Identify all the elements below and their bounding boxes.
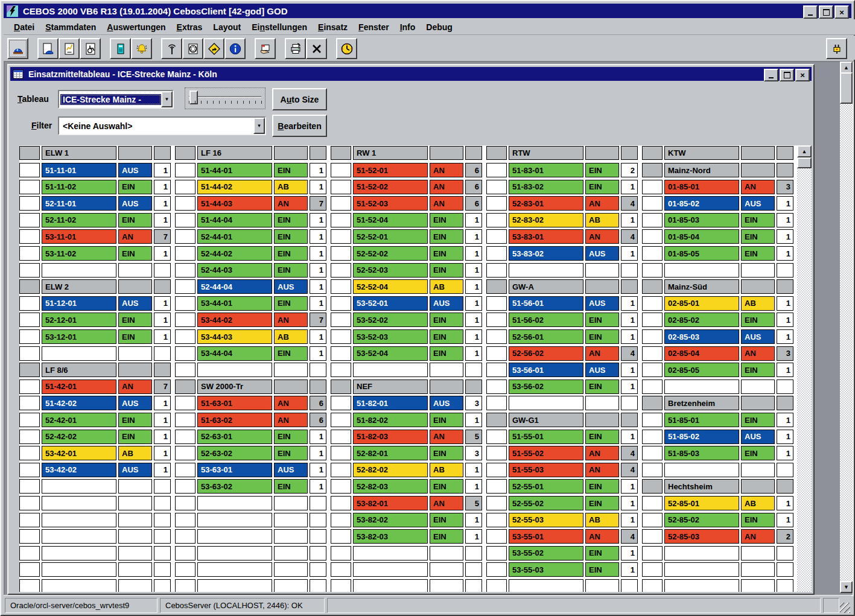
vehicle-id-cell[interactable]: 52-85-01 — [664, 496, 739, 510]
vehicle-status-cell[interactable]: EIN — [585, 329, 619, 344]
clock-button[interactable] — [336, 38, 357, 59]
vehicle-status-cell[interactable]: EIN — [274, 446, 308, 460]
vehicle-id-cell[interactable]: 51-85-02 — [664, 430, 739, 444]
vehicle-status-cell[interactable]: AN — [430, 180, 463, 194]
vehicle-status-cell[interactable]: EIN — [118, 213, 152, 227]
vehicle-status-cell[interactable]: AUS — [274, 463, 308, 477]
vehicle-status-cell[interactable]: EIN — [741, 246, 775, 261]
vehicle-status-cell[interactable]: EIN — [430, 479, 463, 494]
vehicle-status-cell[interactable]: AB — [274, 329, 308, 344]
vehicle-id-cell[interactable]: 51-42-01 — [42, 379, 116, 394]
vehicle-status-cell[interactable]: AB — [585, 213, 619, 227]
vehicle-id-cell[interactable]: 01-85-05 — [664, 246, 739, 261]
scroll-down-icon[interactable]: ▼ — [840, 581, 853, 593]
vehicle-id-cell[interactable]: 51-42-02 — [42, 396, 116, 410]
vehicle-id-cell[interactable]: 51-63-02 — [197, 413, 272, 427]
vehicle-status-cell[interactable]: EIN — [430, 263, 463, 278]
vehicle-status-cell[interactable]: EIN — [430, 229, 463, 244]
vehicle-status-cell[interactable]: EIN — [430, 213, 463, 227]
vehicle-id-cell[interactable]: 53-12-01 — [42, 329, 116, 344]
vehicle-id-cell[interactable]: 52-42-01 — [42, 413, 116, 427]
vehicle-id-cell[interactable]: 53-56-01 — [509, 363, 583, 377]
vehicle-status-cell[interactable]: AUS — [118, 463, 152, 477]
vehicle-id-cell[interactable]: 53-82-01 — [353, 496, 428, 510]
vehicle-id-cell[interactable]: 53-52-01 — [353, 296, 428, 311]
vehicle-id-cell[interactable]: 53-11-01 — [42, 229, 116, 244]
vehicle-status-cell[interactable]: EIN — [585, 180, 619, 194]
maximize-button[interactable] — [819, 5, 833, 19]
vehicle-status-cell[interactable]: EIN — [118, 313, 152, 327]
vehicle-status-cell[interactable]: AUS — [741, 329, 775, 344]
scrollbar-thumb[interactable] — [840, 72, 853, 104]
vehicle-status-cell[interactable]: EIN — [118, 430, 152, 444]
vehicle-status-cell[interactable]: EIN — [118, 180, 152, 194]
vehicle-status-cell[interactable]: EIN — [741, 513, 775, 527]
vehicle-status-cell[interactable]: AB — [741, 296, 775, 311]
vehicle-status-cell[interactable]: AN — [430, 496, 463, 510]
menu-stammdaten[interactable]: Stammdaten — [40, 21, 101, 34]
vehicle-id-cell[interactable]: 51-44-02 — [197, 180, 272, 194]
vehicle-status-cell[interactable]: AUS — [118, 196, 152, 211]
vehicle-id-cell[interactable]: 53-44-04 — [197, 346, 272, 361]
vehicle-id-cell[interactable]: 52-55-03 — [509, 513, 583, 527]
vehicle-status-cell[interactable]: EIN — [741, 213, 775, 227]
vehicle-id-cell[interactable]: 53-83-01 — [509, 229, 583, 244]
menu-fenster[interactable]: Fenster — [353, 21, 395, 34]
vehicle-id-cell[interactable]: 02-85-03 — [664, 329, 739, 344]
vehicle-status-cell[interactable]: EIN — [274, 296, 308, 311]
vehicle-status-cell[interactable]: EIN — [741, 413, 775, 427]
vehicle-id-cell[interactable]: 51-44-04 — [197, 213, 272, 227]
vehicle-id-cell[interactable]: 01-85-04 — [664, 229, 739, 244]
delete-x-button[interactable] — [306, 38, 327, 59]
vehicle-id-cell[interactable]: 51-11-01 — [42, 163, 116, 177]
vehicle-status-cell[interactable]: EIN — [274, 213, 308, 227]
vehicle-id-cell[interactable]: 52-82-02 — [353, 463, 428, 477]
vehicle-status-cell[interactable]: AB — [274, 180, 308, 194]
menu-extras[interactable]: Extras — [171, 21, 208, 34]
vehicle-id-cell[interactable]: 51-55-02 — [509, 446, 583, 460]
vehicle-id-cell[interactable]: 53-52-02 — [353, 313, 428, 327]
vehicle-id-cell[interactable]: 53-44-03 — [197, 329, 272, 344]
vehicle-status-cell[interactable]: AN — [274, 196, 308, 211]
filter-select[interactable]: <Keine Auswahl> ▼ — [58, 116, 266, 135]
vehicle-status-cell[interactable]: EIN — [274, 430, 308, 444]
menu-debug[interactable]: Debug — [421, 21, 458, 34]
vehicle-id-cell[interactable]: 51-55-03 — [509, 463, 583, 477]
vehicle-status-cell[interactable]: EIN — [118, 246, 152, 261]
document-wheelchair-button[interactable] — [80, 38, 101, 59]
vehicle-id-cell[interactable]: 01-85-01 — [664, 180, 739, 194]
vehicle-id-cell[interactable]: 52-83-02 — [509, 213, 583, 227]
vehicle-status-cell[interactable]: EIN — [741, 363, 775, 377]
vehicle-id-cell[interactable]: 52-52-02 — [353, 246, 428, 261]
vehicle-id-cell[interactable]: 51-52-03 — [353, 196, 428, 211]
vehicle-id-cell[interactable]: 53-11-02 — [42, 246, 116, 261]
vehicle-status-cell[interactable]: EIN — [430, 413, 463, 427]
vehicle-status-cell[interactable]: EIN — [274, 246, 308, 261]
menu-einsatz[interactable]: Einsatz — [313, 21, 353, 34]
vehicle-status-cell[interactable]: EIN — [741, 313, 775, 327]
vehicle-status-cell[interactable]: EIN — [585, 430, 619, 444]
vehicle-status-cell[interactable]: EIN — [430, 329, 463, 344]
radio-trash-button[interactable] — [110, 38, 131, 59]
power-plug-button[interactable] — [826, 38, 847, 59]
vehicle-id-cell[interactable]: 52-11-01 — [42, 196, 116, 211]
scroll-up-icon[interactable]: ▲ — [840, 62, 853, 74]
minimize-button[interactable] — [803, 5, 818, 19]
vehicle-id-cell[interactable]: 53-63-02 — [197, 479, 272, 494]
vehicle-status-cell[interactable]: AN — [118, 379, 152, 394]
info-button[interactable] — [224, 38, 246, 59]
vehicle-id-cell[interactable]: 52-12-01 — [42, 313, 116, 327]
menu-layout[interactable]: Layout — [208, 21, 246, 34]
hand-note-button[interactable] — [255, 38, 276, 59]
size-slider[interactable] — [185, 88, 265, 109]
vehicle-id-cell[interactable]: 52-44-02 — [197, 246, 272, 261]
vehicle-id-cell[interactable]: 53-44-02 — [197, 313, 272, 327]
vehicle-status-cell[interactable]: AUS — [118, 163, 152, 177]
vehicle-id-cell[interactable]: 51-85-03 — [664, 446, 739, 460]
vehicle-id-cell[interactable]: 02-85-04 — [664, 346, 739, 361]
print-fax-button[interactable] — [285, 38, 306, 59]
chevron-down-icon[interactable]: ▼ — [161, 91, 173, 107]
vehicle-id-cell[interactable]: 52-52-04 — [353, 279, 428, 294]
vehicle-id-cell[interactable]: 51-52-01 — [353, 163, 428, 177]
vehicle-id-cell[interactable]: 53-42-01 — [42, 446, 116, 460]
